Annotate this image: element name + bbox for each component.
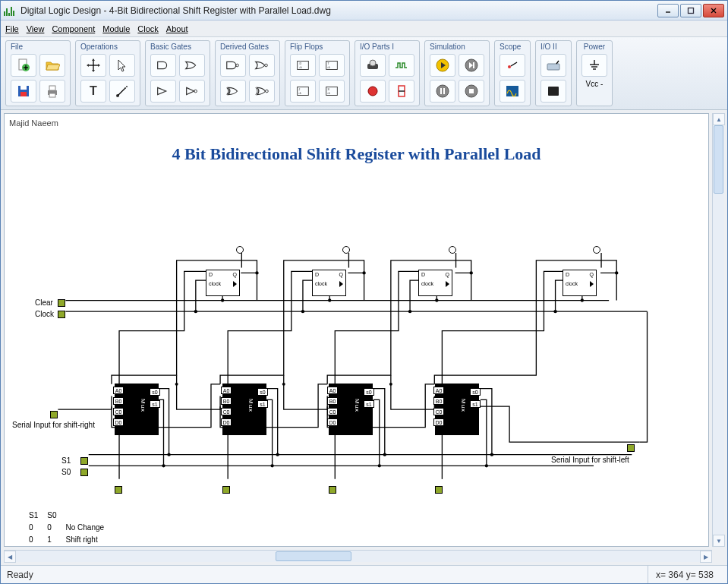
dff-2[interactable]: DQclock <box>312 270 346 296</box>
circuit-diagram: DQclock DQclock DQclock DQclock A0B0C0D0 <box>20 190 693 538</box>
group-sim-title: Simulation <box>430 43 484 52</box>
label-serial-right: Serial Input for shift-right <box>12 421 95 429</box>
play-button[interactable] <box>430 54 455 77</box>
svg-rect-48 <box>440 88 442 94</box>
menu-about[interactable]: About <box>166 24 188 33</box>
svg-point-47 <box>436 85 449 97</box>
group-simulation: Simulation <box>424 40 490 106</box>
close-button[interactable] <box>703 4 724 17</box>
save-button[interactable] <box>11 80 36 103</box>
switch-button[interactable] <box>360 54 386 77</box>
svg-rect-49 <box>443 88 445 94</box>
dff-1[interactable]: DQclock <box>206 270 240 296</box>
probe-button[interactable] <box>500 54 525 77</box>
and-gate-button[interactable] <box>150 54 176 77</box>
nand-gate-button[interactable] <box>220 54 246 77</box>
scroll-down-button[interactable]: ▼ <box>713 535 725 547</box>
port-clock[interactable] <box>58 311 65 318</box>
clock-gen-button[interactable] <box>389 54 414 77</box>
diagram-title: 4 Bit Bidirectional Shift Register with … <box>5 144 708 164</box>
svg-point-102 <box>490 453 493 456</box>
7seg-button[interactable] <box>389 80 414 103</box>
keyboard-button[interactable] <box>540 54 566 77</box>
canvas[interactable]: Majid Naeem 4 Bit Bidirectional Shift Re… <box>4 113 709 547</box>
port-d1[interactable] <box>222 486 230 494</box>
label-s1: S1 <box>61 456 71 465</box>
svg-point-97 <box>162 464 165 467</box>
dff-4[interactable]: DQclock <box>563 270 597 296</box>
vscroll-thumb[interactable] <box>714 125 723 194</box>
nor-gate-button[interactable] <box>249 54 275 77</box>
label-s0: S0 <box>61 468 71 476</box>
group-power-title: Power <box>584 43 605 52</box>
select-tool-button[interactable] <box>109 54 135 77</box>
status-coords: x= 364 y= 538 <box>648 566 721 583</box>
dff-3[interactable]: DQclock <box>418 270 452 296</box>
step-button[interactable] <box>459 54 484 77</box>
menu-component[interactable]: Component <box>52 24 95 33</box>
pause-button[interactable] <box>430 80 455 103</box>
tff-button[interactable]: Tclk <box>319 54 345 77</box>
svg-rect-12 <box>49 86 55 90</box>
port-s0[interactable] <box>80 469 88 476</box>
output-bubble-4 <box>593 246 600 254</box>
mux-4[interactable]: A0B0C0D0 s0s1 Mux <box>435 384 479 435</box>
svg-text:D: D <box>299 62 301 65</box>
window-title: Digital Logic Design - 4-Bit Bidirection… <box>20 5 656 16</box>
scroll-up-button[interactable]: ▲ <box>713 113 725 125</box>
maximize-button[interactable] <box>680 4 701 17</box>
display-button[interactable] <box>540 80 566 103</box>
svg-rect-13 <box>49 93 55 97</box>
port-d2[interactable] <box>329 486 336 494</box>
move-tool-button[interactable] <box>80 54 106 77</box>
open-button[interactable] <box>39 54 65 77</box>
svg-point-98 <box>276 453 279 456</box>
stop-button[interactable] <box>459 80 484 103</box>
menu-file[interactable]: File <box>5 24 19 33</box>
menu-view[interactable]: View <box>27 24 45 33</box>
dff-button[interactable]: Dclk <box>290 54 316 77</box>
xor-gate-button[interactable] <box>220 80 246 103</box>
svg-point-55 <box>508 65 511 68</box>
mux-1[interactable]: A0B0C0D0 s0s1 Mux <box>115 384 159 435</box>
mux-2[interactable]: A0B0C0D0 s0s1 Mux <box>222 384 266 435</box>
led-button[interactable] <box>360 80 386 103</box>
mux-3[interactable]: A0B0C0D0 s0s1 Mux <box>329 384 373 435</box>
wire-tool-button[interactable] <box>109 80 135 103</box>
menu-clock[interactable]: Clock <box>137 24 159 33</box>
text-tool-button[interactable]: T <box>80 80 106 103</box>
svg-point-22 <box>124 87 126 89</box>
port-clear[interactable] <box>58 299 65 307</box>
group-file-title: File <box>11 43 65 52</box>
port-s1[interactable] <box>80 457 88 465</box>
xnor-gate-button[interactable] <box>249 80 275 103</box>
port-serial-right[interactable] <box>50 411 58 418</box>
vertical-scrollbar[interactable]: ▲ ▼ <box>712 113 724 547</box>
svg-point-82 <box>301 310 304 313</box>
print-button[interactable] <box>39 80 65 103</box>
ground-button[interactable] <box>581 54 607 77</box>
scroll-right-button[interactable]: ▶ <box>700 551 712 563</box>
hscroll-thumb[interactable] <box>276 551 351 561</box>
svg-marker-17 <box>92 70 95 72</box>
port-serial-left[interactable] <box>627 444 635 452</box>
jkff-button[interactable]: Jclk <box>290 80 316 103</box>
minimize-button[interactable] <box>657 4 679 17</box>
scroll-left-button[interactable]: ◀ <box>4 551 16 563</box>
horizontal-scrollbar[interactable]: ◀ ▶ <box>4 550 712 562</box>
srff-button[interactable]: Sclk <box>319 80 345 103</box>
buffer-gate-button[interactable] <box>150 80 176 103</box>
port-d3[interactable] <box>435 486 443 494</box>
svg-rect-1 <box>689 8 694 13</box>
or-gate-button[interactable] <box>179 54 205 77</box>
svg-rect-9 <box>20 86 27 90</box>
menu-bar: File View Component Module Clock About <box>1 21 727 37</box>
menu-module[interactable]: Module <box>102 24 130 33</box>
scope-button[interactable] <box>500 80 525 103</box>
not-gate-button[interactable] <box>179 80 205 103</box>
port-d0[interactable] <box>115 486 122 494</box>
new-file-button[interactable] <box>11 54 36 77</box>
svg-text:S: S <box>328 88 330 91</box>
svg-text:clk: clk <box>299 92 302 95</box>
svg-line-56 <box>511 62 517 66</box>
